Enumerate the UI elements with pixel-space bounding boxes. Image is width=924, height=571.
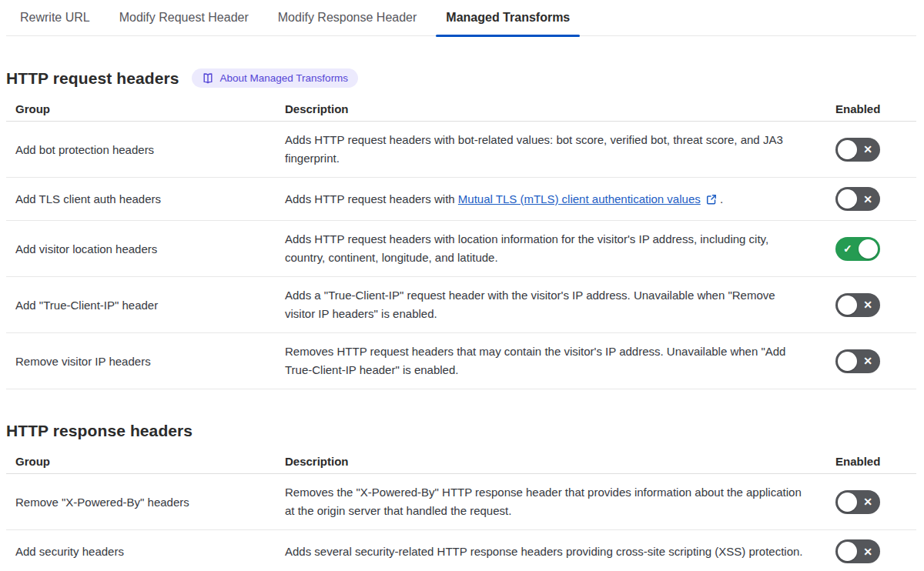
toggle-state-icon: ✕ xyxy=(863,144,872,155)
table-row: Add visitor location headers Adds HTTP r… xyxy=(6,221,916,277)
column-header-enabled: Enabled xyxy=(826,97,916,122)
section-title: HTTP response headers xyxy=(6,422,192,440)
description-cell: Adds HTTP request headers with location … xyxy=(276,221,826,277)
table-row: Add TLS client auth headers Adds HTTP re… xyxy=(6,178,916,221)
group-cell: Add visitor location headers xyxy=(6,221,276,277)
description-cell: Removes HTTP request headers that may co… xyxy=(276,333,826,389)
toggle-state-icon: ✕ xyxy=(863,546,872,557)
column-header-group: Group xyxy=(6,97,276,122)
enabled-cell: ✓ xyxy=(826,221,916,277)
tab-modify-response-header[interactable]: Modify Response Header xyxy=(268,0,427,35)
transforms-table: Group Description Enabled Add bot protec… xyxy=(6,97,916,389)
group-cell: Remove visitor IP headers xyxy=(6,333,276,389)
enabled-toggle[interactable]: ✓ xyxy=(835,237,880,261)
table-header-row: Group Description Enabled xyxy=(6,449,916,474)
transforms-table: Group Description Enabled Remove "X-Powe… xyxy=(6,449,916,571)
description-text: . xyxy=(720,192,723,205)
tab-managed-transforms[interactable]: Managed Transforms xyxy=(436,0,580,35)
book-icon xyxy=(202,73,214,84)
enabled-cell: ✕ xyxy=(826,122,916,178)
description-cell: Adds several security-related HTTP respo… xyxy=(276,530,826,571)
column-header-description: Description xyxy=(276,449,826,474)
enabled-cell: ✕ xyxy=(826,333,916,389)
section-header: HTTP request headers About Managed Trans… xyxy=(6,68,916,88)
enabled-toggle[interactable]: ✕ xyxy=(835,187,880,211)
toggle-state-icon: ✕ xyxy=(863,496,872,507)
toggle-knob xyxy=(838,352,857,371)
enabled-toggle[interactable]: ✕ xyxy=(835,539,880,563)
badge-label: About Managed Transforms xyxy=(220,72,349,84)
managed-transforms-page: Rewrite URL Modify Request Header Modify… xyxy=(0,0,924,571)
description-cell: Adds HTTP request headers with bot-relat… xyxy=(276,122,826,178)
toggle-state-icon: ✕ xyxy=(863,299,872,310)
description-cell: Adds a "True-Client-IP" request header w… xyxy=(276,277,826,333)
toggle-knob xyxy=(838,542,857,561)
enabled-toggle[interactable]: ✕ xyxy=(835,349,880,373)
table-row: Add security headers Adds several securi… xyxy=(6,530,916,571)
column-header-group: Group xyxy=(6,449,276,474)
tab-rewrite-url[interactable]: Rewrite URL xyxy=(10,0,100,35)
enabled-toggle[interactable]: ✕ xyxy=(835,490,880,514)
toggle-knob xyxy=(838,493,857,512)
section: HTTP request headers About Managed Trans… xyxy=(6,68,916,389)
enabled-cell: ✕ xyxy=(826,178,916,221)
table-row: Add "True-Client-IP" header Adds a "True… xyxy=(6,277,916,333)
tab-label: Modify Request Header xyxy=(119,11,249,24)
column-header-description: Description xyxy=(276,97,826,122)
group-cell: Add security headers xyxy=(6,530,276,571)
toggle-knob xyxy=(859,239,878,259)
enabled-cell: ✕ xyxy=(826,530,916,571)
mtls-authentication-link[interactable]: Mutual TLS (mTLS) client authentication … xyxy=(458,192,701,205)
table-row: Remove visitor IP headers Removes HTTP r… xyxy=(6,333,916,389)
toggle-state-icon: ✓ xyxy=(843,243,852,254)
about-managed-transforms-badge[interactable]: About Managed Transforms xyxy=(192,68,359,88)
column-header-enabled: Enabled xyxy=(826,449,916,474)
toggle-state-icon: ✕ xyxy=(863,356,872,366)
group-cell: Remove "X-Powered-By" headers xyxy=(6,474,276,530)
table-row: Remove "X-Powered-By" headers Removes th… xyxy=(6,474,916,530)
group-cell: Add bot protection headers xyxy=(6,122,276,178)
tab-label: Managed Transforms xyxy=(446,11,570,24)
enabled-cell: ✕ xyxy=(826,277,916,333)
table-row: Add bot protection headers Adds HTTP req… xyxy=(6,122,916,178)
description-cell: Adds HTTP request headers with Mutual TL… xyxy=(276,178,826,221)
enabled-toggle[interactable]: ✕ xyxy=(835,138,880,162)
group-cell: Add TLS client auth headers xyxy=(6,178,276,221)
tab-label: Rewrite URL xyxy=(20,11,90,24)
enabled-cell: ✕ xyxy=(826,474,916,530)
content-area: HTTP request headers About Managed Trans… xyxy=(6,68,916,571)
table-header-row: Group Description Enabled xyxy=(6,97,916,122)
tab-bar: Rewrite URL Modify Request Header Modify… xyxy=(6,0,916,36)
toggle-state-icon: ✕ xyxy=(863,194,872,205)
group-cell: Add "True-Client-IP" header xyxy=(6,277,276,333)
section-title: HTTP request headers xyxy=(6,69,179,88)
toggle-knob xyxy=(838,140,857,159)
external-link-icon xyxy=(706,194,717,205)
toggle-knob xyxy=(838,189,857,209)
enabled-toggle[interactable]: ✕ xyxy=(835,293,880,317)
description-text: Adds HTTP request headers with xyxy=(285,192,458,205)
section: HTTP response headers Group Description … xyxy=(6,422,916,571)
description-cell: Removes the "X-Powered-By" HTTP response… xyxy=(276,474,826,530)
tab-modify-request-header[interactable]: Modify Request Header xyxy=(109,0,259,35)
section-header: HTTP response headers xyxy=(6,422,916,440)
toggle-knob xyxy=(838,296,857,315)
tab-label: Modify Response Header xyxy=(278,11,417,24)
